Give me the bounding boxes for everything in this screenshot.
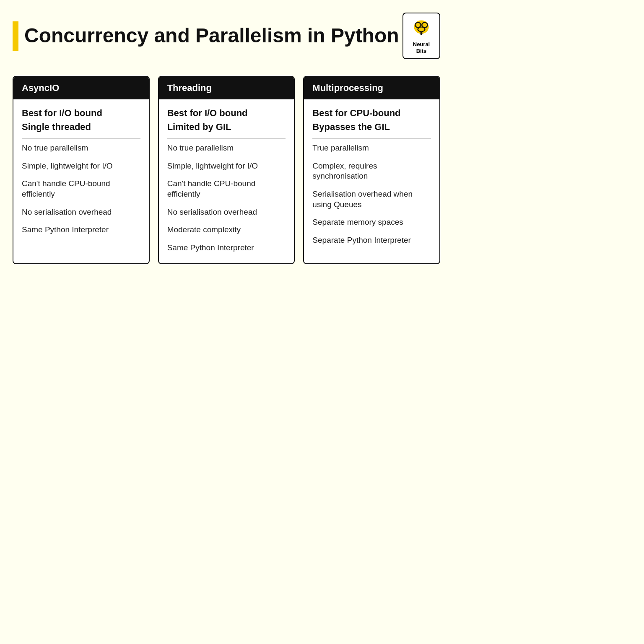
threading-bold1: Best for I/O bound (167, 108, 286, 119)
threading-item-4: Moderate complexity (167, 225, 286, 235)
asyncio-body: Best for I/O bound Single threaded No tr… (13, 99, 149, 245)
multiprocessing-item-3: Separate memory spaces (312, 217, 431, 228)
title-container: Concurrency and Parallelism in Python (13, 21, 399, 51)
asyncio-header: AsyncIO (13, 77, 149, 99)
svg-point-6 (418, 28, 424, 31)
asyncio-bold2: Single threaded (22, 122, 140, 132)
threading-item-5: Same Python Interpreter (167, 243, 286, 253)
yellow-accent-bar (13, 21, 18, 51)
threading-column: Threading Best for I/O bound Limited by … (158, 76, 295, 264)
svg-point-4 (422, 23, 427, 27)
threading-header: Threading (159, 77, 294, 99)
asyncio-bold1: Best for I/O bound (22, 108, 140, 119)
asyncio-item-0: No true parallelism (22, 143, 140, 153)
multiprocessing-item-0: True parallelism (312, 143, 431, 153)
multiprocessing-column: Multiprocessing Best for CPU-bound Bypas… (303, 76, 440, 264)
multiprocessing-bold2: Bypasses the GIL (312, 122, 431, 132)
page-header: Concurrency and Parallelism in Python Ne… (13, 13, 440, 59)
multiprocessing-item-2: Serialisation overhead when using Queues (312, 189, 431, 210)
threading-item-2: Can't handle CPU-bound efficiently (167, 179, 286, 199)
asyncio-item-2: Can't handle CPU-bound efficiently (22, 179, 140, 199)
threading-item-0: No true parallelism (167, 143, 286, 153)
neural-bits-logo-icon (411, 18, 431, 38)
multiprocessing-bold1: Best for CPU-bound (312, 108, 431, 119)
threading-item-3: No serialisation overhead (167, 207, 286, 218)
logo-text: NeuralBits (409, 41, 434, 54)
multiprocessing-item-4: Separate Python Interpreter (312, 235, 431, 246)
threading-bold2: Limited by GIL (167, 122, 286, 132)
multiprocessing-body: Best for CPU-bound Bypasses the GIL True… (304, 99, 439, 256)
columns-container: AsyncIO Best for I/O bound Single thread… (13, 76, 440, 264)
svg-rect-7 (421, 32, 423, 35)
asyncio-item-1: Simple, lightweight for I/O (22, 161, 140, 171)
logo-box: NeuralBits (402, 13, 440, 59)
multiprocessing-header: Multiprocessing (304, 77, 439, 99)
page-title: Concurrency and Parallelism in Python (24, 25, 399, 47)
asyncio-item-3: No serialisation overhead (22, 207, 140, 218)
multiprocessing-item-1: Complex, requires synchronisation (312, 161, 431, 182)
asyncio-item-4: Same Python Interpreter (22, 225, 140, 235)
svg-point-3 (415, 23, 420, 27)
threading-item-1: Simple, lightweight for I/O (167, 161, 286, 171)
threading-body: Best for I/O bound Limited by GIL No tru… (159, 99, 294, 263)
asyncio-column: AsyncIO Best for I/O bound Single thread… (13, 76, 150, 264)
